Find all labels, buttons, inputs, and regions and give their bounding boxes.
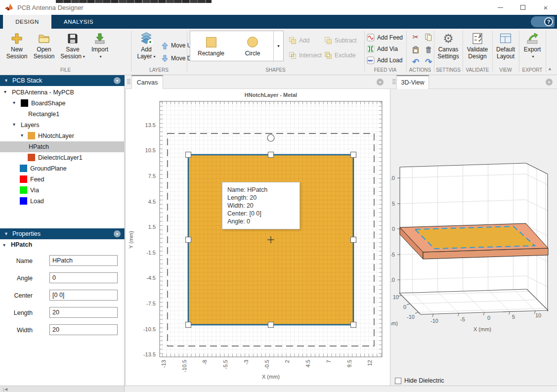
tree-item-pcbantenna[interactable]: ▾ PCBAntenna - MyPCB — [0, 87, 124, 98]
add-load-button[interactable]: Add Load — [367, 55, 402, 65]
collapse-triangle-icon: ▼ — [4, 78, 8, 83]
delete-button[interactable] — [423, 44, 434, 55]
boardshape-swatch — [21, 99, 28, 107]
undo-button[interactable]: ↶ — [410, 56, 421, 67]
tree-item-layers[interactable]: ▾ Layers — [0, 120, 124, 131]
collapse-bar-icon: | — [3, 387, 4, 392]
add-via-label: Add Via — [377, 45, 398, 52]
svg-text:0: 0 — [392, 226, 395, 232]
tree-item-dielectriclayer1[interactable]: DielectricLayer1 — [0, 152, 124, 163]
panel-collapse-bar[interactable]: |◀ — [0, 386, 125, 392]
tree-item-label: HNotchLayer — [38, 132, 74, 139]
hpatch-3d[interactable] — [415, 226, 535, 249]
tab-3d-view[interactable]: 3D-View — [396, 75, 429, 89]
tree-item-hnotchlayer[interactable]: ▾ HNotchLayer — [0, 131, 124, 141]
boolean-intersect-label: Intersect — [299, 52, 322, 59]
cut-button[interactable]: ✂ — [410, 32, 421, 43]
panel-menu-icon[interactable]: ▼ — [114, 77, 121, 84]
tree-item-boardshape[interactable]: ▾ BoardShape — [0, 98, 124, 109]
canvas-tab-strip: Canvas ▼ — [125, 75, 390, 89]
add-via-button[interactable]: Add Via — [367, 44, 398, 54]
window-minimize-button[interactable] — [489, 0, 512, 15]
add-layer-button[interactable]: Add Layer▾ — [133, 31, 159, 66]
feed-marker[interactable] — [267, 134, 274, 141]
section-label-view: VIEW — [492, 67, 519, 73]
feed-swatch — [20, 175, 27, 183]
window-maximize-button[interactable] — [512, 0, 534, 15]
view3d-plot[interactable]: 10 5 0 -5 -10 10 0 -10 -10 -5 0 5 10 X (… — [391, 89, 557, 376]
properties-group-row[interactable]: ▾ HPatch — [0, 241, 125, 251]
svg-text:1.5: 1.5 — [148, 224, 156, 230]
rectangle-shape-button[interactable]: Rectangle — [190, 31, 232, 61]
panel-menu-icon[interactable]: ▼ — [377, 79, 384, 86]
view3d-tab-strip: 3D-View ▼ — [391, 75, 557, 89]
gear-icon: ⚙ — [443, 31, 454, 46]
tree-item-feed[interactable]: Feed — [0, 174, 124, 185]
help-button[interactable]: ? — [531, 16, 555, 27]
caret-down-icon[interactable]: ▾ — [21, 132, 23, 138]
svg-text:5: 5 — [512, 314, 515, 320]
caret-down-icon[interactable]: ▾ — [13, 122, 15, 127]
x-tick-labels-3d: -10 -5 0 5 10 — [430, 312, 541, 324]
hide-dielectric-checkbox[interactable] — [395, 378, 401, 384]
tree-item-via[interactable]: Via — [0, 185, 124, 196]
validate-design-icon: ✗✓ — [471, 31, 484, 46]
circle-shape-button[interactable]: Circle — [232, 31, 273, 61]
tree-item-rectangle1[interactable]: Rectangle1 — [0, 109, 124, 120]
load-swatch — [20, 197, 27, 205]
window-close-button[interactable]: × — [534, 0, 557, 15]
undo-icon: ↶ — [412, 57, 419, 67]
import-button[interactable]: Import ▾ — [87, 31, 113, 66]
tab-analysis[interactable]: ANALYSIS — [51, 15, 106, 29]
redo-button[interactable]: ↷ — [423, 56, 434, 67]
add-via-icon — [367, 45, 375, 53]
width-field[interactable] — [49, 324, 118, 335]
angle-field[interactable] — [49, 272, 118, 283]
canvas-settings-button[interactable]: ⚙ Canvas Settings — [435, 31, 462, 66]
hide-dielectric-row: Hide Dielectric — [395, 377, 444, 384]
copy-icon — [425, 33, 432, 41]
caret-down-icon[interactable]: ▾ — [4, 89, 6, 94]
export-button[interactable]: Export ▾ — [520, 31, 545, 66]
tree-item-load[interactable]: Load — [0, 196, 124, 207]
default-layout-button[interactable]: Default Layout — [493, 31, 518, 66]
svg-text:-5.5: -5.5 — [222, 360, 228, 369]
svg-text:4.5: 4.5 — [305, 360, 311, 367]
center-field[interactable] — [49, 290, 118, 301]
copy-button[interactable] — [423, 32, 434, 43]
panel-menu-icon[interactable]: ▼ — [114, 230, 121, 237]
save-session-icon — [66, 31, 79, 46]
tree-item-label: Feed — [30, 176, 44, 183]
via-swatch — [20, 186, 27, 194]
ribbon: New Session Open Session Save Session▾ I… — [0, 29, 557, 75]
ribbon-collapse-button[interactable]: ▲ — [548, 66, 552, 71]
tab-canvas[interactable]: Canvas — [131, 75, 163, 89]
new-session-button[interactable]: New Session — [4, 31, 30, 66]
y-axis-label: Y (mm) — [128, 231, 134, 249]
default-layout-icon — [499, 31, 512, 46]
save-session-button[interactable]: Save Session▾ — [58, 31, 87, 66]
length-field[interactable] — [49, 307, 118, 318]
tab-canvas-label: Canvas — [137, 79, 158, 86]
panel-grip-icon[interactable] — [127, 79, 130, 84]
new-session-icon — [10, 31, 23, 46]
panel-menu-icon[interactable]: ▼ — [546, 79, 553, 86]
boolean-exclude-button: Exclude — [324, 50, 356, 60]
add-feed-button[interactable]: Add Feed — [367, 33, 403, 43]
tree-item-label: GroundPlane — [30, 165, 67, 172]
paste-button[interactable] — [410, 44, 421, 55]
name-field[interactable] — [49, 255, 118, 266]
svg-text:-10: -10 — [391, 277, 395, 283]
open-session-button[interactable]: Open Session — [31, 31, 57, 66]
pcb-stack-header[interactable]: ▼ PCB Stack ▼ — [0, 75, 125, 86]
panel-grip-icon[interactable] — [392, 79, 396, 84]
tree-item-groundplane[interactable]: GroundPlane — [0, 163, 124, 174]
properties-header[interactable]: ▼ Properties ▼ — [0, 228, 125, 239]
x-tick-labels: -13 -10.5 -8 -5.5 -3 -0.5 2 4.5 7 9.5 12 — [161, 360, 373, 372]
tree-item-hpatch-selected[interactable]: HPatch — [0, 141, 124, 152]
caret-down-icon[interactable]: ▾ — [13, 100, 15, 105]
validate-design-button[interactable]: ✗✓ Validate Design — [464, 31, 491, 66]
tab-design[interactable]: DESIGN — [3, 15, 51, 29]
x-axis-label: X (mm) — [262, 374, 280, 380]
gallery-dropdown-button[interactable]: ▾ — [273, 31, 283, 61]
